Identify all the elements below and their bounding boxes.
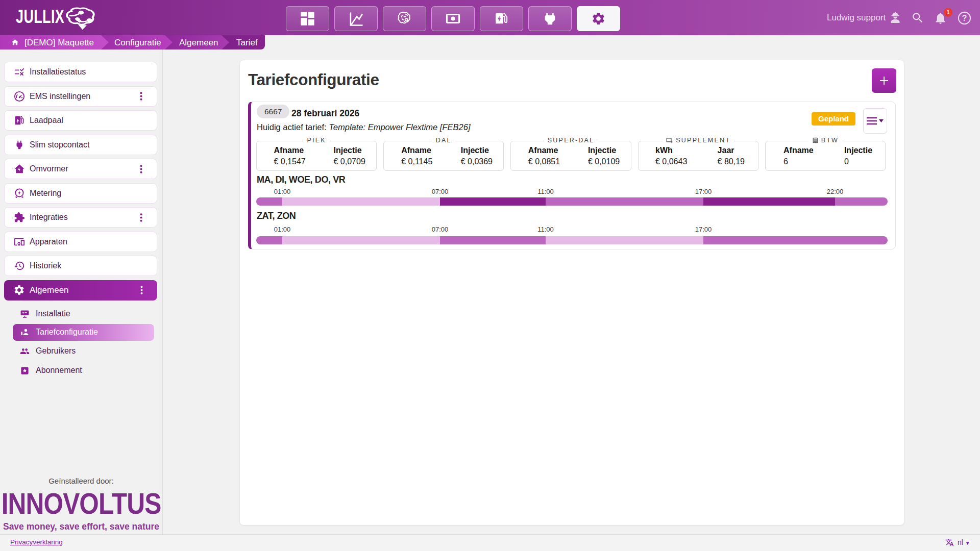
svg-text:?: ? xyxy=(962,13,967,22)
